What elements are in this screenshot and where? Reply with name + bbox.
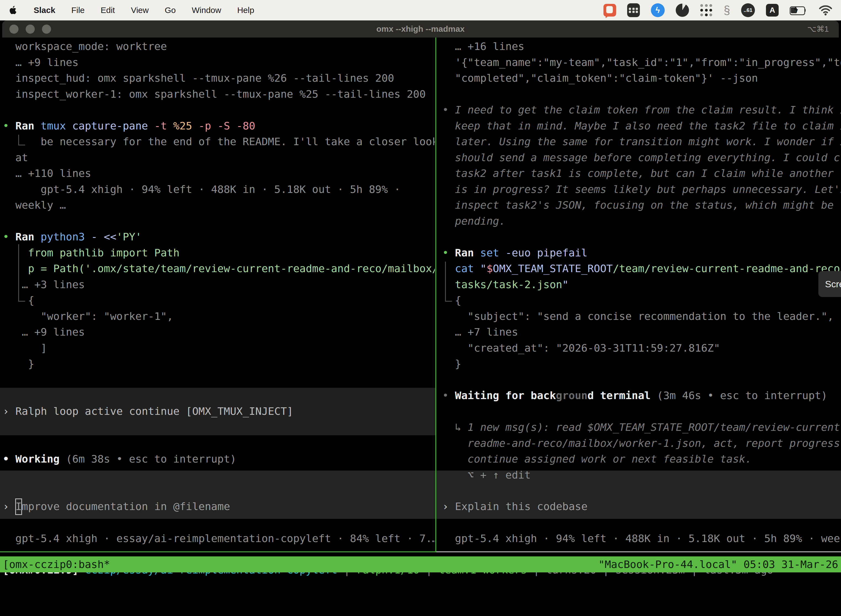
left-terminal-pane[interactable]: workspace_mode: worktree … +9 lines insp…: [3, 39, 435, 551]
text-segment: be necessary for the end of the README. …: [3, 135, 435, 148]
terminal-line: weekly …: [3, 197, 66, 213]
terminal-line: at: [3, 150, 28, 166]
text-segment: capture-pane: [72, 120, 154, 132]
text-segment: -p -S -80: [198, 120, 255, 132]
text-segment: is in progress? It seems likely but perh…: [442, 183, 841, 195]
text-segment: inspect_worker-1: omx sparkshell --tmux-…: [3, 88, 426, 100]
menu-help[interactable]: Help: [237, 6, 254, 15]
input-source-icon[interactable]: A: [766, 4, 779, 16]
text-segment: Waiting for back: [455, 389, 556, 402]
text-segment: $: [486, 263, 493, 274]
menu-view[interactable]: View: [131, 6, 148, 15]
tooltip-label: Scre: [825, 279, 841, 289]
terminal-line: • Ran set -euo pipefail: [442, 245, 588, 261]
text-segment: pending.: [442, 215, 505, 227]
right-terminal-pane[interactable]: … +16 lines '{"team_name":"my-team","tas…: [442, 39, 841, 551]
text-segment: /team/review-current-readme-and-reco/: [613, 263, 841, 274]
text-segment: task2 after task1 is complete, but can I…: [442, 167, 841, 179]
placeholder-text: mprove documentation in @filename: [22, 499, 230, 515]
terminal-line: … +110 lines: [3, 166, 91, 182]
terminal-line: • Ran tmux capture-pane -t %25 -p -S -80: [3, 118, 255, 134]
pane-divider[interactable]: [435, 38, 436, 551]
menu-window[interactable]: Window: [192, 6, 221, 15]
text-segment: ⌥ + ↑ edit: [442, 469, 530, 481]
tmux-host-clock: "MacBook-Pro-44.local" 05:03 31-Mar-26: [598, 558, 838, 571]
text-segment: … +9 lines: [3, 56, 79, 69]
menu-file[interactable]: File: [71, 6, 84, 15]
text-segment: weekly …: [3, 199, 66, 211]
terminal-line: }: [3, 356, 34, 372]
terminal-line: • Ran python3 - <<'PY': [3, 229, 142, 245]
count-badge-icon[interactable]: ..61: [741, 3, 755, 17]
terminal-line: "completed","claim_token":"claim-token"}…: [442, 70, 758, 87]
suggestion-row[interactable]: › Explain this codebase: [442, 499, 588, 515]
charging-bolt-icon: ϟ: [794, 6, 798, 14]
text-segment: "created_at": "2026-03-31T11:59:27.816Z": [442, 342, 720, 354]
text-segment: continue assigned work or next feasible …: [442, 453, 752, 465]
text-segment: inspect task2's JSON, focusing on the st…: [442, 199, 834, 211]
text-segment: 'PY': [116, 231, 142, 243]
menu-edit[interactable]: Edit: [101, 6, 115, 15]
active-pane-border: [0, 551, 436, 552]
squiggle-icon[interactable]: §: [724, 4, 730, 17]
terminal-line: readme-and-reco/mailbox/worker-1.json, a…: [442, 436, 841, 452]
terminal-line: gpt-5.4 xhigh · 94% left · 488K in · 5.1…: [3, 182, 400, 198]
chat-app-icon[interactable]: [604, 4, 616, 16]
menu-go[interactable]: Go: [165, 6, 176, 15]
menu-bar: SlackFileEditViewGoWindowHelp ϟ § ..61 A…: [0, 0, 841, 21]
terminal-line: ↳ 1 new msg(s): read $OMX_TEAM_STATE_ROO…: [442, 419, 841, 436]
terminal-line: cat "$OMX_TEAM_STATE_ROOT/team/review-cu…: [442, 261, 841, 277]
terminal-line: workspace_mode: worktree: [3, 39, 167, 55]
terminal-line: keep that in mind. Maybe I also need the…: [442, 118, 841, 134]
keyboard-grid-icon[interactable]: [627, 3, 640, 17]
window-shortcut: ⌥⌘1: [807, 24, 829, 34]
terminal-line: … +9 lines: [3, 324, 85, 340]
wifi-icon[interactable]: [818, 4, 833, 16]
apple-menu-icon[interactable]: [8, 5, 18, 16]
terminal-line: … +16 lines: [442, 39, 524, 55]
text-segment: (6m 38s • esc to interrupt): [66, 453, 236, 465]
suggestion-text: Explain this codebase: [455, 499, 588, 515]
input-placeholder: Improve documentation in @filename: [15, 499, 230, 515]
terminal-line: "subject": "send a concise recommendatio…: [442, 308, 834, 324]
status-icons: ϟ § ..61 A ϟ: [604, 3, 833, 17]
prompt-chevron: ›: [3, 403, 9, 419]
text-segment: %25: [173, 120, 199, 132]
indent-guide: [445, 262, 452, 302]
terminal-line: • I need to get the claim token from the…: [442, 102, 841, 118]
menu-slack[interactable]: Slack: [34, 6, 55, 15]
pie-chart-icon[interactable]: [676, 4, 689, 17]
text-segment: tasks/task-2.json: [442, 279, 562, 290]
text-segment: from pathlib import Path: [3, 247, 180, 259]
terminal-line: pending.: [442, 213, 505, 229]
terminal-line: ]: [3, 340, 47, 356]
text-segment: Ran: [455, 247, 481, 259]
terminal-line: gpt-5.4 xhigh · 94% left · 488K in · 5.1…: [442, 531, 841, 547]
text-segment: •: [3, 453, 15, 465]
text-segment: Ran: [15, 120, 41, 132]
text-segment: keep that in mind. Maybe I also need the…: [442, 120, 841, 132]
app-menu-group: SlackFileEditViewGoWindowHelp: [8, 5, 254, 16]
prompt-input[interactable]: › Improve documentation in @filename: [3, 499, 230, 515]
text-segment: •: [442, 104, 455, 116]
ralph-loop-status: › Ralph loop active continue [OMX_TMUX_I…: [3, 403, 293, 419]
text-segment: … +16 lines: [442, 40, 524, 53]
text-segment: (3m 46s • esc to interrupt): [651, 389, 828, 402]
terminal-line: • Working (6m 38s • esc to interrupt): [3, 451, 236, 467]
terminal-line: p = Path('.omx/state/team/review-current…: [3, 261, 435, 277]
terminal-line: should send a message before completing …: [442, 150, 841, 166]
messenger-icon[interactable]: ϟ: [651, 3, 665, 17]
text-segment: Working: [15, 453, 66, 465]
terminal-line: continue assigned work or next feasible …: [442, 451, 752, 467]
terminal-line: from pathlib import Path: [3, 245, 180, 261]
text-segment: }: [442, 358, 462, 370]
text-segment: … +110 lines: [3, 167, 91, 179]
indent-guide: [18, 135, 25, 145]
window-title: omx --xhigh --madmax: [2, 24, 839, 34]
text-segment: at: [3, 151, 28, 164]
text-segment: gpt-5.4 xhigh · essay/ai-reimplementatio…: [3, 532, 435, 544]
text-segment: ": [562, 279, 568, 290]
dots-grid-icon[interactable]: [700, 4, 713, 16]
battery-charging-icon[interactable]: ϟ: [790, 6, 807, 14]
inactive-pane-border: [436, 551, 841, 552]
